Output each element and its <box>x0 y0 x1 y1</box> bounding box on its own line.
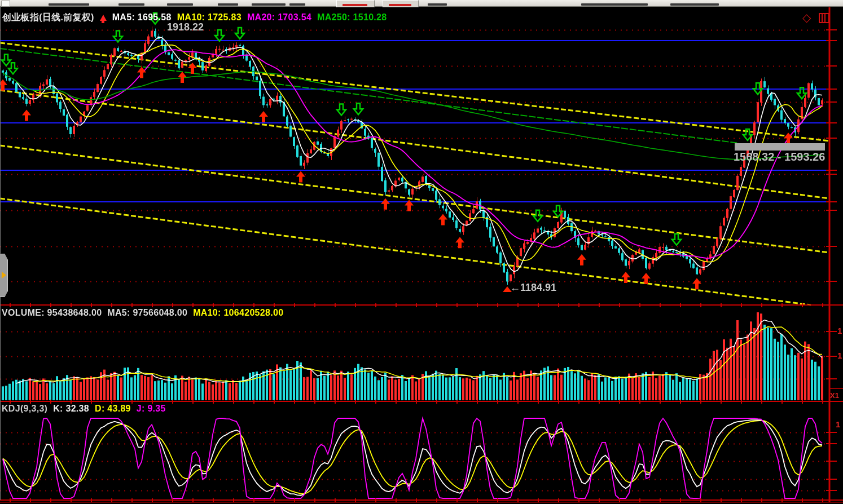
up-arrow-icon <box>100 15 107 21</box>
ma-label: MA250: 1510.28 <box>317 12 387 22</box>
app-icon[interactable] <box>1 1 10 7</box>
low-price-annotation: ←1184.91 <box>510 282 556 294</box>
ma-label: MA5: 1695.58 <box>112 12 172 22</box>
expand-arrow-icon <box>2 272 6 278</box>
menu-button-clipped[interactable] <box>383 0 419 7</box>
vol-axis-label-partial: 1 <box>837 351 842 360</box>
ma-label: MA10: 1725.83 <box>177 12 242 22</box>
ma-label: MA20: 1703.54 <box>247 12 311 22</box>
range-highlight-bar <box>735 143 825 151</box>
ma-legend: MA5: 1695.58MA10: 1725.83MA20: 1703.54MA… <box>112 12 393 22</box>
legend-item: J: 9.35 <box>137 404 166 413</box>
kdj-axis-label-partial: 1 <box>836 419 840 429</box>
legend-item: K: 32.38 <box>53 404 89 413</box>
legend-item: MA5: 97566048.00 <box>107 308 187 317</box>
left-panel-toggle[interactable] <box>0 254 8 297</box>
menu-bar[interactable] <box>0 0 843 7</box>
legend-item: MA10: 106420528.00 <box>193 308 283 317</box>
range-annotation: 1568.32 - 1593.26 <box>734 151 824 163</box>
window-tile-icon[interactable] <box>819 13 829 23</box>
legend-item: VOLUME: 95438648.00 <box>2 308 102 317</box>
tile-bar <box>824 14 826 22</box>
tile-bar <box>822 14 823 22</box>
legend-item: KDJ(9,3,3) <box>2 404 47 413</box>
high-price-annotation: 1918.22 <box>167 21 204 33</box>
menu-button-clipped[interactable] <box>336 0 375 7</box>
kdj-header: KDJ(9,3,3)K: 32.38D: 43.89J: 9.35 <box>2 404 172 414</box>
diamond-icon[interactable]: ◇ <box>802 11 811 24</box>
volume-scale-label: X1 <box>830 391 839 400</box>
vol-axis-label-partial: 1 <box>837 326 842 335</box>
chart-title: 创业板指(日线.前复权) <box>2 12 94 22</box>
legend-item: D: 43.89 <box>95 404 131 413</box>
volume-header: VOLUME: 95438648.00MA5: 97566048.00MA10:… <box>2 308 289 318</box>
trading-terminal-window: { "menu": { "fragments_dark": [[86,72],[… <box>0 0 843 504</box>
chart-canvas[interactable] <box>0 0 843 504</box>
